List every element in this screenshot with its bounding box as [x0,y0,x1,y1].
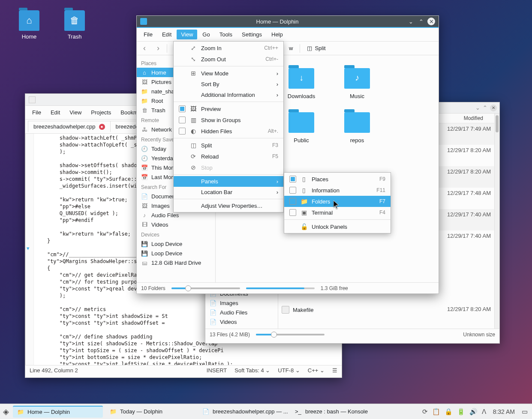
menu-item-accel: F9 [379,176,385,182]
menu-item[interactable]: ◐Hidden FilesAlt+. [174,126,283,137]
taskbar-task[interactable]: 📁Home — Dolphin [13,406,103,418]
menu-item[interactable]: ◫SplitF3 [174,140,283,151]
sidebar-item-label: Home [151,69,166,76]
menu-item[interactable]: Additional Information› [174,90,283,100]
panels-submenu[interactable]: ▯PlacesF9▯InformationF11📁FoldersF7▣Termi… [284,172,391,233]
view-menu[interactable]: ⤢Zoom InCtrl++⤡Zoom OutCtrl+-⊞View Mode›… [173,41,284,212]
list-item[interactable]: Makefile 12/29/17 8:20 AM [278,304,494,316]
battery-icon[interactable]: 🔋 [457,408,465,416]
checkbox-icon [289,198,296,205]
menu-button[interactable]: ☰ [332,367,337,374]
lock-icon[interactable]: 🔒 [445,408,453,416]
menu-go[interactable]: Go [198,30,214,39]
unknown-button[interactable]: w [286,43,296,53]
menu-item[interactable]: ▯PlacesF9 [284,174,391,185]
menu-item[interactable]: Adjust View Properties… [174,201,283,211]
sidebar-item[interactable]: 📄Audio Files [205,308,278,317]
menu-help[interactable]: Help [267,30,287,39]
menu-item[interactable]: 📁FoldersF7 [284,196,391,207]
menu-tools[interactable]: Tools [215,30,237,39]
update-icon[interactable]: ⟳ [422,408,428,416]
clipboard-icon[interactable]: 📋 [432,408,440,416]
titlebar[interactable]: Home — Dolphin ⌄ ⌃ ✕ [137,16,439,28]
menu-item-icon: 🔓 [301,223,307,230]
menu-item[interactable]: ⟳ReloadF5 [174,151,283,162]
sidebar-item[interactable]: 📄Videos [205,317,278,326]
menu-item[interactable]: ⤡Zoom OutCtrl+- [174,54,283,65]
volume-icon[interactable]: 🔊 [469,408,478,416]
taskbar-task[interactable]: >_breeze : bash — Konsole [291,406,381,418]
menu-item[interactable]: ⊞View Mode› [174,68,283,79]
forward-button[interactable]: › [153,44,163,53]
folder-item[interactable]: ↓Downloads [284,68,319,99]
language[interactable]: C++ ⌄ [308,367,325,374]
sidebar-item-icon: 📄 [210,309,216,316]
desktop-icon-trash[interactable]: 🗑 Trash [57,10,92,40]
minimize-button[interactable]: ⌄ [475,105,480,111]
menu-projects[interactable]: Projects [87,108,115,117]
tab-mode[interactable]: Soft Tabs: 4 ⌄ [234,367,270,374]
folder-label: Downloads [284,93,319,99]
menu-item[interactable]: Panels› [174,176,283,187]
menu-item[interactable]: ▥Show in Groups [174,114,283,126]
menu-item[interactable]: Sort By› [174,79,283,90]
item-count: 13 Files (4.2 MiB) [210,332,250,338]
folder-item[interactable]: ♪Music [340,68,374,99]
menu-item-label: Panels [201,178,270,185]
encoding[interactable]: UTF-8 ⌄ [278,367,300,374]
sidebar-item[interactable]: 🎞Videos [137,220,215,229]
menu-item-accel: Ctrl++ [264,45,278,51]
menu-view[interactable]: View [65,108,86,117]
sidebar-item[interactable]: 💾Loop Device [137,248,215,258]
menu-item-icon: ▣ [301,209,307,216]
folder-item[interactable]: repos [340,112,374,144]
folder-label: Music [340,93,374,99]
folder-item[interactable]: Public [284,112,319,144]
show-desktop-icon[interactable]: ▭ [522,408,528,416]
tray-expand-icon[interactable]: ᐱ [482,408,486,416]
menu-view[interactable]: View [177,30,197,39]
sidebar-item-label: Loop Device [151,250,182,257]
sidebar-item[interactable]: 💾Loop Device [137,239,215,248]
menu-file[interactable]: File [139,30,157,39]
menu-file[interactable]: File [28,108,45,117]
menu-item[interactable]: ⤢Zoom InCtrl++ [174,42,283,54]
menu-item-icon: ▥ [190,117,197,123]
menu-edit[interactable]: Edit [158,30,176,39]
close-button[interactable]: ✕ [427,18,435,25]
menu-item-label: Zoom Out [201,56,261,63]
submenu-arrow-icon: › [274,92,278,98]
close-button[interactable]: ✕ [490,105,497,111]
desktop-icon-home[interactable]: ⌂ Home [12,10,46,40]
back-button[interactable]: ‹ [139,44,150,53]
menu-item-label: Zoom In [201,45,260,51]
minimize-button[interactable]: ⌄ [407,18,415,25]
sidebar-item[interactable]: 🖴12.8 GiB Hard Drive [137,258,215,267]
menu-item-label: Folders [312,198,375,205]
scrollbar[interactable] [494,114,499,329]
zoom-slider[interactable] [171,287,240,289]
system-tray: ⟳ 📋 🔒 🔋 🔊 ᐱ 8:32 AM ▭ [418,408,532,416]
menu-item-accel: F11 [376,187,385,193]
split-button[interactable]: ◫ Split [304,43,329,53]
maximize-button[interactable]: ⌃ [483,105,487,111]
menu-item[interactable]: 🔓Unlock Panels [284,221,391,232]
modified-date: 12/29/17 8:20 AM [435,147,491,164]
menu-settings[interactable]: Settings [237,30,266,39]
application-launcher[interactable]: ◈ [0,406,12,418]
sidebar-item[interactable]: 📄Images [205,298,278,308]
menu-item-icon: 🖼 [190,105,197,112]
menu-item[interactable]: ▯InformationF11 [284,185,391,196]
taskbar-task[interactable]: 📄breezeshadowhelper.cpp — ... [198,406,288,418]
menu-item[interactable]: Location Bar› [174,187,283,198]
maximize-button[interactable]: ⌃ [417,18,425,25]
zoom-slider[interactable] [256,334,325,335]
clock[interactable]: 8:32 AM [490,408,517,415]
menu-edit[interactable]: Edit [46,108,64,117]
menu-item[interactable]: ▣TerminalF4 [284,207,391,218]
taskbar-task[interactable]: 📁Today — Dolphin [105,406,195,418]
tab-file-0[interactable]: breezeshadowhelper.cpp ● [28,121,111,132]
menu-item[interactable]: 🖼Preview [174,103,283,114]
column-header-modified[interactable]: Modified [464,115,483,121]
menu-item-label: Sort By [201,81,270,87]
